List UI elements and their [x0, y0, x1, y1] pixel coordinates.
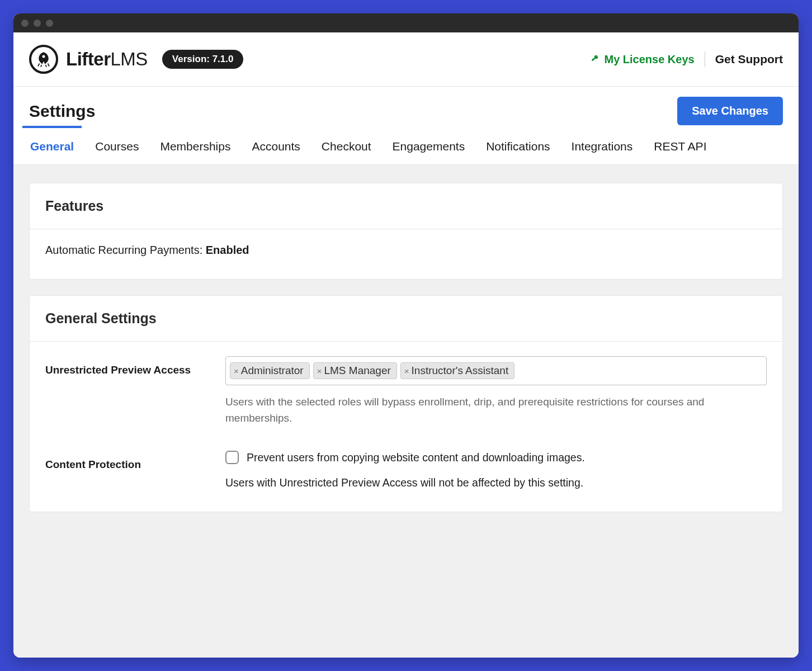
content-protection-label: Content Protection [45, 451, 225, 471]
license-keys-link[interactable]: My License Keys [590, 53, 694, 66]
general-settings-header: General Settings [30, 296, 782, 342]
content-protection-checkbox-label: Prevent users from copying website conte… [247, 451, 585, 464]
preview-access-roles-input[interactable]: × Administrator × LMS Manager × Instruct… [225, 356, 767, 385]
content-protection-note: Users with Unrestricted Preview Access w… [225, 476, 767, 489]
field-content-protection: Content Protection Prevent users from co… [45, 451, 767, 489]
content-protection-option: Prevent users from copying website conte… [225, 451, 767, 464]
features-card-header: Features [30, 183, 782, 229]
content-protection-checkbox[interactable] [225, 451, 239, 464]
tab-notifications[interactable]: Notifications [485, 129, 551, 164]
app-window: LifterLMS Version: 7.1.0 My License Keys… [13, 13, 799, 658]
tab-checkout[interactable]: Checkout [320, 129, 372, 164]
preview-access-label: Unrestricted Preview Access [45, 356, 225, 376]
tab-general[interactable]: General [29, 129, 75, 164]
window-titlebar [13, 13, 799, 32]
tab-integrations[interactable]: Integrations [570, 129, 634, 164]
features-card: Features Automatic Recurring Payments: E… [29, 183, 783, 280]
role-tag-label: Administrator [241, 365, 304, 377]
key-icon [590, 53, 601, 66]
remove-tag-icon[interactable]: × [234, 366, 239, 376]
features-title: Features [45, 198, 767, 214]
license-keys-label: My License Keys [604, 53, 694, 66]
role-tag-lms-manager: × LMS Manager [313, 362, 397, 379]
general-settings-title: General Settings [45, 310, 767, 327]
get-support-link[interactable]: Get Support [715, 53, 783, 66]
role-tag-label: LMS Manager [324, 365, 390, 377]
page-header: Settings Save Changes [13, 87, 799, 125]
tab-memberships[interactable]: Memberships [159, 129, 232, 164]
window-close-icon[interactable] [21, 20, 29, 27]
remove-tag-icon[interactable]: × [404, 366, 409, 376]
general-settings-card: General Settings Unrestricted Preview Ac… [29, 295, 783, 512]
tab-courses[interactable]: Courses [94, 129, 140, 164]
tab-accounts[interactable]: Accounts [251, 129, 301, 164]
tab-engagements[interactable]: Engagements [391, 129, 466, 164]
app-header: LifterLMS Version: 7.1.0 My License Keys… [13, 32, 799, 87]
brand-logo: LifterLMS Version: 7.1.0 [29, 45, 243, 74]
page-title: Settings [29, 102, 95, 121]
rocket-icon [29, 45, 58, 74]
tab-rest-api[interactable]: REST API [653, 129, 707, 164]
header-divider [705, 51, 705, 67]
recurring-payments-status: Automatic Recurring Payments: Enabled [45, 244, 767, 257]
settings-content: Features Automatic Recurring Payments: E… [13, 165, 799, 658]
version-badge: Version: 7.1.0 [162, 50, 244, 69]
role-tag-label: Instructor's Assistant [412, 365, 509, 377]
settings-tabs: General Courses Memberships Accounts Che… [13, 129, 799, 165]
role-tag-administrator: × Administrator [230, 362, 310, 379]
brand-name: LifterLMS [66, 49, 148, 70]
window-maximize-icon[interactable] [46, 20, 53, 27]
window-minimize-icon[interactable] [34, 20, 41, 27]
remove-tag-icon[interactable]: × [317, 366, 322, 376]
save-changes-button[interactable]: Save Changes [677, 97, 783, 125]
role-tag-instructors-assistant: × Instructor's Assistant [400, 362, 514, 379]
preview-access-help: Users with the selected roles will bypas… [225, 394, 767, 426]
field-preview-access: Unrestricted Preview Access × Administra… [45, 356, 767, 426]
